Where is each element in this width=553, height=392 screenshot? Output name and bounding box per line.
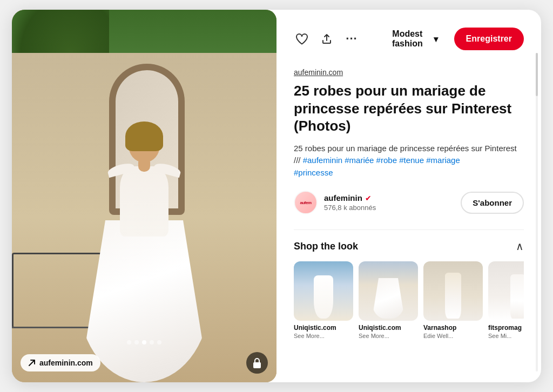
shop-item-1[interactable]: Uniqistic.com See More... [294,261,353,339]
shop-item-2[interactable]: Uniqistic.com See More... [359,261,418,339]
avatar-text: aufem [300,200,311,205]
arrow-up-right-icon [28,359,36,367]
shop-item-desc-2: See More... [359,333,418,339]
heart-icon [295,33,308,45]
pin-image [12,10,276,382]
shop-item-3[interactable]: Varnashop Edie Well... [423,261,483,339]
pin-description: 25 robes pour un mariage de princesse re… [294,143,524,179]
lock-badge[interactable] [246,352,268,374]
save-button[interactable]: Enregistrer [454,28,524,50]
avatar[interactable]: aufem [294,191,318,214]
info-panel: ··· Modest fashion ▾ Enregistrer aufemin… [276,10,541,382]
shop-item-desc-4: See Mi... [488,333,524,339]
share-icon [321,33,333,45]
shop-item-source-4: fitspromag [488,324,524,332]
hashtag-princesse[interactable]: #princesse [294,168,333,177]
svg-rect-0 [253,362,261,368]
source-badge-text: aufeminin.com [39,359,93,367]
board-selector[interactable]: Modest fashion ▾ [377,25,446,53]
shop-header: Shop the look ∧ [294,240,524,253]
dot-5 [157,340,161,344]
hashtag-robe[interactable]: #robe [376,156,397,165]
image-dots [127,340,161,344]
verified-icon: ✔ [365,194,372,202]
shop-item-image-1 [294,261,353,321]
shop-item-image-3 [423,261,483,321]
shop-item-desc-1: See More... [294,333,353,339]
source-badge[interactable]: aufeminin.com [21,354,100,371]
dot-3 [142,340,146,344]
shop-item-source-2: Uniqistic.com [359,324,418,332]
board-chevron-icon: ▾ [434,34,438,44]
author-followers: 576,8 k abonnés [324,204,454,212]
shop-item-image-4 [488,261,524,321]
image-panel: aufeminin.com [12,10,276,382]
shop-item-4[interactable]: fitspromag See Mi... [488,261,524,339]
shop-item-source-3: Varnashop [423,324,483,332]
shop-chevron-icon[interactable]: ∧ [516,240,524,253]
hashtag-mariee[interactable]: #mariée [345,156,374,165]
author-info: aufeminin ✔ 576,8 k abonnés [324,193,454,212]
toolbar: ··· Modest fashion ▾ Enregistrer [294,25,524,53]
pin-title: 25 robes pour un mariage de princesse re… [294,82,524,135]
hashtag-aufeminin[interactable]: #aufeminin [303,156,342,165]
scroll-thumb [536,53,538,96]
hashtag-tenue[interactable]: #tenue [399,156,424,165]
shop-item-source-1: Uniqistic.com [294,324,353,332]
author-name[interactable]: aufeminin [324,193,362,202]
like-button[interactable] [294,28,310,50]
shop-items: Uniqistic.com See More... Uniqistic.com … [294,261,524,339]
author-name-row: aufeminin ✔ [324,193,454,202]
pin-card: aufeminin.com [12,10,541,382]
author-row: aufem aufeminin ✔ 576,8 k abonnés S'abon… [294,191,524,214]
scroll-bar [536,53,538,371]
more-button[interactable]: ··· [343,28,360,50]
shop-item-image-2 [359,261,418,321]
image-bottom-bar: aufeminin.com [21,352,268,374]
subscribe-button[interactable]: S'abonner [461,192,524,214]
board-name: Modest fashion [385,29,430,49]
share-button[interactable] [319,28,335,50]
hashtag-mariage[interactable]: #mariage [426,156,460,165]
lock-icon [252,357,262,368]
shop-section: Shop the look ∧ Uniqistic.com See More..… [294,229,524,339]
dot-1 [127,340,131,344]
dot-2 [134,340,139,344]
shop-item-desc-3: Edie Well... [423,333,483,339]
shop-title: Shop the look [294,241,358,252]
dot-4 [150,340,154,344]
source-link[interactable]: aufeminin.com [294,68,524,77]
